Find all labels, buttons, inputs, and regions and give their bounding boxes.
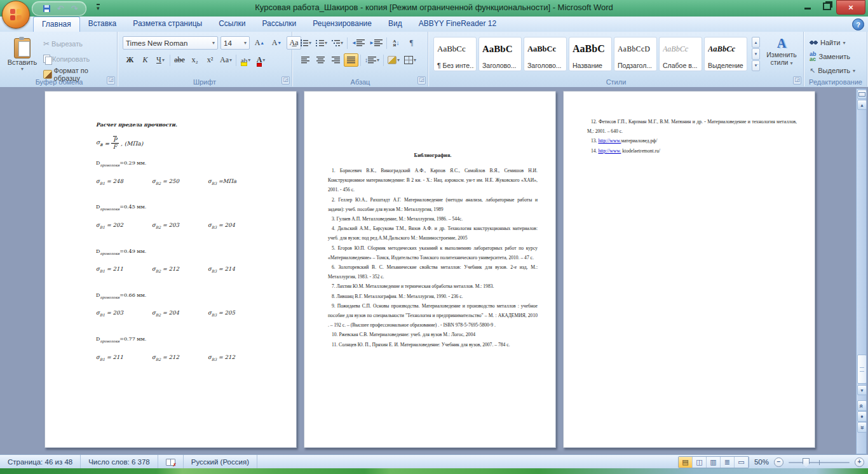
zoom-level[interactable]: 50% bbox=[754, 458, 769, 466]
minimize-button[interactable] bbox=[798, 0, 817, 13]
bibliography-item[interactable]: 6. Золоторевский В. С. Механические свой… bbox=[328, 262, 538, 281]
bibliography-item[interactable]: 1. Борисевич В.К., Виноградский А.Ф., Ка… bbox=[328, 166, 538, 195]
cut-button[interactable]: ✂Вырезать bbox=[41, 36, 117, 51]
style-card[interactable]: AaBbCc ¶ Без инте... bbox=[433, 37, 477, 71]
diameter-section[interactable]: Dпроволоки=0.45 мм. σВ1 = 202 σВ2 = 203 … bbox=[96, 204, 278, 229]
sigma-value[interactable]: σВ2 = 203 bbox=[152, 222, 208, 229]
strikethrough-button[interactable]: abe bbox=[172, 53, 187, 67]
diameter-line[interactable]: Dпроволоки=0.49 мм. bbox=[96, 248, 278, 255]
document-page-2[interactable]: Библиография. 1. Борисевич В.К., Виногра… bbox=[304, 91, 556, 448]
outline-view-button[interactable]: ≣ bbox=[721, 457, 735, 468]
document-page-3[interactable]: 12. Фетисов Г.П., Карпман М.Г., В.М. Мат… bbox=[563, 91, 815, 448]
styles-gallery-expand[interactable]: ▼̄ bbox=[752, 60, 760, 71]
restore-button[interactable] bbox=[817, 0, 836, 13]
sigma-values-row[interactable]: σВ1 = 202 σВ2 = 203 σВ3 = 204 bbox=[96, 222, 278, 229]
diameter-line[interactable]: Dпроволоки=0.29 мм. bbox=[96, 160, 278, 167]
sigma-values-row[interactable]: σВ1 = 203 σВ2 = 204 σВ3 = 205 bbox=[96, 309, 278, 317]
styles-scroll-down[interactable]: ▼ bbox=[752, 48, 760, 59]
select-button[interactable]: ↖ Выделить▾ bbox=[810, 64, 855, 77]
bibliography-item[interactable]: 8. Лившиц В.Г. Металлография. М.: Металл… bbox=[328, 292, 538, 301]
save-button[interactable] bbox=[41, 4, 51, 14]
sigma-value[interactable]: σВ2 = 250 bbox=[152, 178, 208, 186]
web-layout-view-button[interactable]: ▥ bbox=[707, 457, 721, 468]
style-card[interactable]: AaBbC Название bbox=[569, 37, 612, 71]
style-card[interactable]: AaBbCc Заголово... bbox=[524, 37, 567, 71]
draft-view-button[interactable]: ▭ bbox=[735, 457, 749, 468]
italic-button[interactable]: К bbox=[138, 53, 153, 67]
print-layout-view-button[interactable]: ▤ bbox=[679, 457, 693, 468]
fullscreen-reading-view-button[interactable]: ◫ bbox=[693, 457, 707, 468]
sigma-value[interactable]: σВ1 = 203 bbox=[96, 309, 152, 317]
ribbon-tab[interactable]: Вид bbox=[380, 17, 410, 32]
redo-button[interactable]: ↷ bbox=[69, 4, 79, 14]
bold-button[interactable]: Ж bbox=[123, 53, 137, 67]
hyperlink[interactable]: http://www. bbox=[598, 138, 621, 144]
font-size-combobox[interactable]: 14▾ bbox=[220, 36, 250, 50]
style-card[interactable]: AaBbCc Слабое в... bbox=[659, 37, 702, 71]
sigma-value[interactable]: σВ3 = 214 bbox=[208, 266, 264, 273]
sigma-value[interactable]: σВ2 = 212 bbox=[152, 266, 208, 273]
increase-indent-button[interactable]: ► bbox=[367, 36, 384, 50]
ribbon-tab[interactable]: Рецензирование bbox=[304, 17, 380, 32]
underline-button[interactable]: Ч▾ bbox=[153, 53, 168, 67]
numbering-button[interactable]: ▾ bbox=[314, 36, 329, 50]
sigma-value[interactable]: σВ1 = 202 bbox=[96, 222, 152, 229]
change-case-button[interactable]: Aa▾ bbox=[218, 53, 234, 67]
customize-qat-button[interactable]: ▾ bbox=[97, 4, 100, 11]
strength-calc-heading[interactable]: Расчет предела прочности. bbox=[96, 121, 278, 128]
sigma-values-row[interactable]: σВ1 = 211 σВ2 = 212 σВ3 = 214 bbox=[96, 266, 278, 273]
text-highlight-button[interactable]: ab▾ bbox=[238, 53, 253, 67]
ribbon-tab[interactable]: Главная bbox=[33, 17, 80, 32]
bibliography-item[interactable]: 5. Егоров Ю.П. Сборник методических указ… bbox=[328, 243, 538, 262]
sigma-value[interactable]: σВ3 = 205 bbox=[208, 309, 264, 317]
bibliography-item[interactable]: 9. Пожидаева С.П. Основы производства. М… bbox=[328, 301, 538, 330]
scroll-down-button[interactable]: ▼ bbox=[857, 385, 867, 395]
help-button[interactable]: ? bbox=[852, 18, 864, 30]
paste-button[interactable]: Вставить ▾ bbox=[5, 36, 39, 78]
copy-button[interactable]: Копировать bbox=[41, 51, 117, 66]
next-page-button[interactable]: « bbox=[857, 422, 867, 433]
multilevel-list-button[interactable]: ▾ bbox=[330, 36, 345, 50]
sigma-values-row[interactable]: σВ1 = 248 σВ2 = 250 σВ3 =МПа bbox=[96, 178, 278, 186]
diameter-section[interactable]: Dпроволоки=0.49 мм. σВ1 = 211 σВ2 = 212 … bbox=[96, 248, 278, 273]
style-card[interactable]: AaBbCcD Подзагол... bbox=[614, 37, 657, 71]
previous-page-button[interactable]: « bbox=[857, 400, 867, 411]
vertical-scrollbar[interactable]: ▲ ▼ « ● « bbox=[856, 88, 867, 454]
bibliography-link-item[interactable]: 13. http://www.материаловед.рф/ bbox=[587, 136, 797, 146]
select-browse-object-button[interactable]: ● bbox=[857, 411, 867, 422]
sigma-value[interactable]: σВ3 =МПа bbox=[208, 178, 264, 186]
grow-font-button[interactable]: А▲ bbox=[252, 36, 267, 50]
paragraph-dialog-launcher[interactable]: ◲ bbox=[417, 76, 426, 85]
borders-button[interactable]: ▾ bbox=[402, 53, 418, 67]
line-spacing-button[interactable]: ↕▾ bbox=[363, 53, 381, 67]
sigma-value[interactable]: σВ1 = 211 bbox=[96, 354, 152, 362]
strength-formula[interactable]: σв = PF , (МПа) bbox=[96, 137, 278, 150]
diameter-section[interactable]: Dпроволоки=0.29 мм. σВ1 = 248 σВ2 = 250 … bbox=[96, 160, 278, 185]
ruler-toggle-button[interactable] bbox=[857, 90, 867, 99]
paste-dropdown-caret[interactable]: ▾ bbox=[21, 66, 24, 72]
bibliography-item[interactable]: 11. Солнцев Ю. П., Пряхин Е. И. Материал… bbox=[328, 340, 538, 349]
sort-button[interactable]: АЯ↓ bbox=[389, 36, 403, 50]
language-indicator[interactable]: Русский (Россия) bbox=[184, 455, 257, 469]
subscript-button[interactable]: x₂ bbox=[187, 53, 202, 67]
hyperlink[interactable]: http://www. bbox=[598, 148, 621, 154]
zoom-out-button[interactable]: − bbox=[774, 457, 783, 467]
sigma-value[interactable]: σВ3 = 204 bbox=[208, 222, 264, 229]
sigma-value[interactable]: σВ2 = 212 bbox=[152, 354, 208, 362]
sigma-value[interactable]: σВ3 = 212 bbox=[208, 354, 264, 362]
style-card[interactable]: AaBbC Заголово... bbox=[478, 37, 522, 71]
justify-button[interactable] bbox=[344, 53, 358, 67]
clipboard-dialog-launcher[interactable]: ◲ bbox=[107, 76, 115, 85]
align-right-button[interactable] bbox=[329, 53, 343, 67]
replace-button[interactable]: abac Заменить bbox=[810, 50, 850, 63]
sigma-value[interactable]: σВ2 = 204 bbox=[152, 309, 208, 317]
ribbon-tab[interactable]: Разметка страницы bbox=[125, 17, 210, 32]
show-formatting-button[interactable]: ¶ bbox=[404, 36, 419, 50]
find-button[interactable]: Найти▾ bbox=[810, 36, 845, 49]
sigma-values-row[interactable]: σВ1 = 211 σВ2 = 212 σВ3 = 212 bbox=[96, 354, 278, 362]
undo-button[interactable]: ↶ bbox=[55, 4, 65, 14]
bullets-button[interactable]: ▾ bbox=[298, 36, 313, 50]
ribbon-tab[interactable]: Вставка bbox=[80, 17, 125, 32]
diameter-line[interactable]: Dпроволоки=0.45 мм. bbox=[96, 204, 278, 211]
office-button[interactable] bbox=[2, 1, 30, 29]
